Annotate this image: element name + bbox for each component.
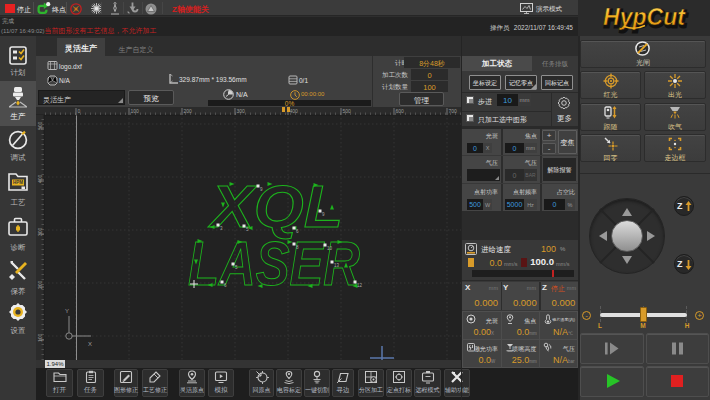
svg-text:100: 100: [131, 108, 140, 114]
svg-text:X: X: [88, 341, 92, 347]
svg-text:700: 700: [449, 108, 458, 114]
svg-text:200: 200: [37, 280, 43, 289]
svg-text:400: 400: [37, 174, 43, 183]
svg-text:600: 600: [396, 108, 405, 114]
svg-text:13: 13: [334, 263, 340, 268]
svg-text:12: 12: [357, 283, 363, 288]
svg-text:10: 10: [327, 246, 333, 251]
svg-text:500: 500: [37, 121, 43, 130]
svg-text:200: 200: [184, 108, 193, 114]
svg-text:300: 300: [237, 108, 246, 114]
svg-text:300: 300: [37, 227, 43, 236]
svg-text:100: 100: [37, 333, 43, 342]
svg-text:400: 400: [290, 108, 299, 114]
svg-text:Y: Y: [65, 308, 69, 314]
svg-text:500: 500: [343, 108, 352, 114]
svg-text:0: 0: [78, 108, 81, 114]
svg-text:HPM: HPM: [13, 180, 23, 185]
